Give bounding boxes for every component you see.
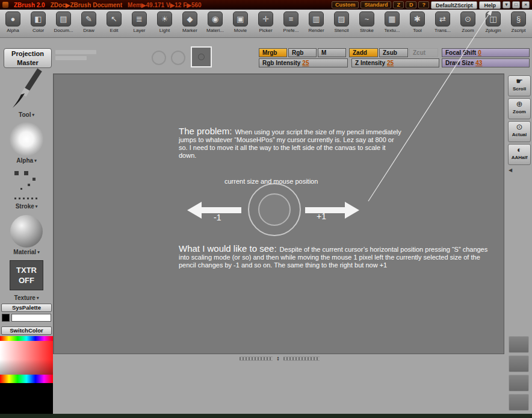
default-zscript-button[interactable]: DefaultZScript — [431, 1, 478, 9]
zadd-button[interactable]: Zadd — [349, 48, 378, 57]
tray-slot[interactable] — [509, 355, 529, 372]
d-button[interactable]: D — [406, 1, 417, 8]
syspalette-button[interactable]: SysPalette — [1, 304, 52, 312]
chevron-down-icon: ▾ — [37, 296, 39, 300]
palette-button-render[interactable]: ▥Render — [304, 11, 329, 37]
tool-selector[interactable]: Tool▾ — [0, 111, 53, 118]
close-window-button[interactable]: × — [522, 1, 530, 8]
current-texture-thumbnail[interactable]: TXTR OFF — [10, 260, 43, 290]
hue-strip-top[interactable] — [0, 336, 53, 341]
tray-slot[interactable] — [509, 394, 529, 411]
zsub-button[interactable]: Zsub — [379, 48, 408, 57]
chevron-down-icon: ▾ — [37, 250, 40, 254]
switchcolor-button[interactable]: SwitchColor — [1, 326, 52, 335]
actual-size-button[interactable]: ⊙ Actual — [508, 121, 531, 142]
disabled-preview-icon — [152, 51, 166, 65]
scrollbar-track-left[interactable] — [240, 357, 273, 361]
main-color-swatch[interactable] — [11, 314, 51, 322]
tray-slot[interactable] — [509, 375, 529, 391]
maximize-window-button[interactable]: □ — [512, 1, 520, 8]
stroke-dot — [24, 171, 28, 175]
saturation-value-area[interactable] — [0, 341, 53, 375]
palette-button-document[interactable]: ▤Docum... — [51, 11, 76, 37]
palette-button-marker[interactable]: ◆Marker — [178, 11, 202, 37]
scrollbar-track-right[interactable] — [283, 357, 320, 361]
z-button[interactable]: Z — [393, 1, 404, 8]
scrollbar-arrows[interactable]: ▲ ▼ — [274, 356, 282, 361]
document-canvas[interactable]: The problem:When using your script the s… — [53, 73, 504, 354]
stroke-dot — [28, 184, 30, 186]
aahalf-button[interactable]: ◐ AAHalf — [508, 144, 531, 165]
color-picker[interactable] — [0, 336, 53, 383]
secondary-color-swatch[interactable] — [2, 314, 10, 322]
help-button[interactable]: Help — [479, 1, 501, 9]
zoom-button[interactable]: ⊕ Zoom — [508, 98, 531, 119]
palette-button-light[interactable]: ☀Light — [152, 11, 177, 37]
color-icon: ◧ — [31, 11, 46, 27]
zoom-icon: ⊙ — [460, 11, 475, 27]
layers-icon: ≣ — [132, 11, 147, 27]
render-icon: ▥ — [309, 11, 324, 27]
scroll-down-icon[interactable]: ▼ — [277, 358, 280, 361]
marker-icon: ◆ — [182, 11, 197, 27]
rollup-window-button[interactable]: ▾ — [503, 1, 510, 8]
z-intensity-value: 25 — [387, 60, 394, 66]
palette-button-draw[interactable]: ✎Draw — [76, 11, 101, 37]
palette-button-color[interactable]: ◧Color — [26, 11, 51, 37]
movie-icon: ▣ — [233, 11, 248, 27]
projection-master-button[interactable]: Projection Master — [4, 48, 52, 68]
z-intensity-slider[interactable]: Z Intensity25 — [351, 58, 439, 67]
palette-button-alpha[interactable]: ●Alpha — [1, 11, 25, 37]
palette-button-edit[interactable]: ↖Edit — [102, 11, 126, 37]
current-material-thumbnail[interactable] — [10, 215, 43, 248]
picker-crosshair-icon: ✛ — [258, 11, 273, 27]
palette-label: Zscript — [512, 28, 526, 33]
m-button[interactable]: M — [318, 48, 346, 57]
palette-button-movie[interactable]: ▣Movie — [228, 11, 253, 37]
chevron-down-icon: ▾ — [36, 204, 38, 208]
alpha-selector[interactable]: Alpha▾ — [0, 157, 53, 164]
palette-button-transform[interactable]: ⇄Trans... — [430, 11, 455, 37]
titlebar: ZBrush 2.0 ZDoc▶ZBrush Document Mem▶49.1… — [0, 0, 532, 10]
palette-button-preferences[interactable]: ≡Prefe... — [279, 11, 303, 37]
mrgb-button[interactable]: Mrgb — [259, 48, 287, 57]
scroll-button[interactable]: ☛ Scroll — [508, 75, 531, 96]
palette-button-texture[interactable]: ▦Textu... — [380, 11, 404, 37]
horizontal-scrollbar[interactable]: ▲ ▼ — [240, 355, 320, 361]
zscript-icon: § — [511, 11, 526, 27]
palette-button-picker[interactable]: ✛Picker — [253, 11, 278, 37]
palette-button-layer[interactable]: ≣Layer — [127, 11, 152, 37]
standard-ui-button[interactable]: Standard — [360, 1, 391, 8]
palette-button-tool[interactable]: ✱Tool — [405, 11, 430, 37]
hue-strip-bottom[interactable] — [0, 375, 53, 383]
texture-selector[interactable]: Texture▾ — [0, 295, 53, 301]
help-question-button[interactable]: ? — [418, 1, 429, 8]
current-alpha-thumbnail[interactable] — [10, 122, 43, 156]
custom-ui-button[interactable]: Custom — [332, 1, 359, 8]
palette-button-zplugin[interactable]: ◫Zplugin — [481, 11, 506, 37]
tray-slot[interactable] — [509, 336, 529, 353]
texture-checker-icon: ▦ — [385, 11, 400, 27]
menu-zdoc[interactable]: ZDoc▶ZBrush Document — [51, 2, 122, 8]
palette-button-zscript[interactable]: §Zscript — [506, 11, 531, 37]
palette-label: Textu... — [385, 28, 400, 33]
stroke-dot — [20, 188, 22, 190]
draw-size-slider[interactable]: Draw Size43 — [442, 58, 530, 67]
material-selector[interactable]: Material▾ — [0, 249, 53, 255]
transform-arrows-icon: ⇄ — [435, 11, 450, 27]
problem-heading: The problem: — [179, 126, 232, 136]
palette-button-stroke[interactable]: ~Stroke — [354, 11, 379, 37]
focal-shift-slider[interactable]: Focal Shift0 — [442, 48, 530, 57]
rgb-button[interactable]: Rgb — [288, 48, 317, 57]
palette-button-stencil[interactable]: ▨Stencil — [329, 11, 354, 37]
palette-button-material[interactable]: ◉Materi... — [203, 11, 227, 37]
stroke-selector[interactable]: Stroke▾ — [0, 203, 53, 210]
tray-collapse-arrow-icon[interactable]: ◀ — [509, 167, 512, 173]
palette-label: Render — [308, 28, 324, 33]
current-tool-thumbnail[interactable] — [7, 68, 46, 109]
tool-icon: ✱ — [410, 11, 425, 27]
stroke-dotted-line — [14, 198, 39, 199]
rgb-intensity-slider[interactable]: Rgb Intensity25 — [259, 58, 348, 67]
current-stroke-thumbnail[interactable] — [13, 171, 41, 202]
palette-button-zoom[interactable]: ⊙Zoom — [456, 11, 480, 37]
